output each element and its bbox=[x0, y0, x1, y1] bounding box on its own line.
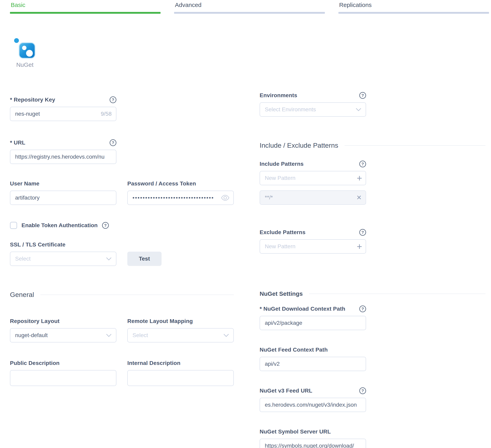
repository-layout-value: nuget-default bbox=[15, 332, 47, 338]
include-pattern-input[interactable] bbox=[260, 171, 366, 185]
remote-layout-mapping-select[interactable]: Select bbox=[127, 328, 234, 342]
repository-key-input[interactable] bbox=[10, 107, 116, 121]
internal-description-label: Internal Description bbox=[127, 360, 180, 366]
tab-advanced-label: Advanced bbox=[174, 0, 325, 12]
repository-key-label: * Repository Key bbox=[10, 97, 55, 103]
nuget-v3-feed-url-label: NuGet v3 Feed URL bbox=[260, 388, 312, 394]
url-field: * URL ? bbox=[10, 139, 116, 164]
ssl-cert-label: SSL / TLS Certificate bbox=[10, 241, 66, 248]
chevron-down-icon bbox=[356, 108, 361, 111]
include-pattern-item: **/* ✕ bbox=[260, 190, 366, 205]
nuget-symbol-server-url-field: NuGet Symbol Server URL bbox=[260, 428, 366, 448]
tab-bar: Basic Advanced Replications bbox=[0, 0, 491, 14]
tab-replications-label: Replications bbox=[338, 0, 489, 12]
url-help-icon[interactable]: ? bbox=[110, 139, 116, 146]
enable-token-auth-help-icon[interactable]: ? bbox=[102, 222, 109, 229]
remote-layout-mapping-placeholder: Select bbox=[132, 332, 148, 338]
enable-token-auth-row: Enable Token Authentication ? bbox=[10, 222, 234, 229]
url-input[interactable] bbox=[10, 150, 116, 164]
environments-help-icon[interactable]: ? bbox=[359, 92, 366, 99]
password-field: Password / Access Token bbox=[127, 180, 234, 205]
ssl-cert-select[interactable]: Select bbox=[10, 252, 116, 266]
repository-layout-label: Repository Layout bbox=[10, 318, 59, 324]
show-password-eye-icon[interactable] bbox=[221, 195, 229, 201]
section-divider bbox=[40, 294, 234, 295]
test-button[interactable]: Test bbox=[127, 252, 161, 266]
repository-config-form: NuGet * Repository Key ? 9/58 * URL ? bbox=[0, 14, 491, 448]
password-input[interactable] bbox=[127, 191, 234, 205]
exclude-patterns-help-icon[interactable]: ? bbox=[359, 229, 366, 236]
nuget-symbol-server-url-label: NuGet Symbol Server URL bbox=[260, 429, 331, 435]
repository-key-field: * Repository Key ? 9/58 bbox=[10, 96, 116, 121]
user-name-input[interactable] bbox=[10, 191, 116, 205]
ssl-cert-block: SSL / TLS Certificate Select Test bbox=[10, 241, 234, 266]
tab-replications[interactable]: Replications bbox=[338, 0, 489, 14]
nuget-download-context-path-label: * NuGet Download Context Path bbox=[260, 306, 345, 312]
nuget-v3-feed-url-field: NuGet v3 Feed URL ? bbox=[260, 387, 366, 412]
public-description-label: Public Description bbox=[10, 360, 59, 366]
nuget-feed-context-path-input[interactable] bbox=[260, 357, 366, 371]
include-exclude-section-title: Include / Exclude Patterns bbox=[260, 142, 338, 149]
repository-layout-select[interactable]: nuget-default bbox=[10, 328, 116, 342]
nuget-feed-context-path-label: NuGet Feed Context Path bbox=[260, 347, 328, 353]
repository-layout-field: Repository Layout nuget-default bbox=[10, 317, 116, 342]
tab-basic[interactable]: Basic bbox=[10, 0, 161, 14]
url-label: * URL bbox=[10, 139, 25, 146]
tab-replications-underline bbox=[338, 12, 489, 14]
nuget-download-context-path-field: * NuGet Download Context Path ? bbox=[260, 305, 366, 330]
remote-layout-mapping-field: Remote Layout Mapping Select bbox=[127, 317, 234, 342]
exclude-patterns-label: Exclude Patterns bbox=[260, 229, 305, 236]
internal-description-textarea[interactable] bbox=[127, 370, 234, 386]
environments-label: Environments bbox=[260, 92, 297, 99]
user-name-field: User Name bbox=[10, 180, 116, 205]
remote-layout-mapping-label: Remote Layout Mapping bbox=[127, 318, 193, 324]
package-type-label: NuGet bbox=[16, 61, 34, 68]
nuget-settings-section-header: NuGet Settings bbox=[260, 290, 485, 297]
chevron-down-icon bbox=[223, 334, 229, 337]
include-patterns-field: Include Patterns ? + **/* ✕ bbox=[260, 160, 366, 205]
section-divider bbox=[309, 293, 485, 294]
tab-advanced-underline bbox=[174, 12, 325, 14]
nuget-logo-icon bbox=[12, 37, 38, 59]
enable-token-auth-checkbox[interactable] bbox=[10, 222, 17, 229]
nuget-symbol-server-url-input[interactable] bbox=[260, 439, 366, 448]
password-label: Password / Access Token bbox=[127, 181, 196, 187]
include-exclude-section-header: Include / Exclude Patterns bbox=[260, 142, 485, 149]
include-patterns-help-icon[interactable]: ? bbox=[359, 161, 366, 167]
ssl-cert-placeholder: Select bbox=[15, 256, 31, 262]
add-pattern-icon[interactable]: + bbox=[357, 174, 362, 183]
remove-pattern-icon[interactable]: ✕ bbox=[356, 194, 362, 201]
section-divider bbox=[345, 145, 485, 146]
add-pattern-icon[interactable]: + bbox=[357, 242, 362, 251]
exclude-pattern-input[interactable] bbox=[260, 239, 366, 254]
environments-placeholder: Select Environments bbox=[265, 106, 316, 113]
enable-token-auth-label: Enable Token Authentication bbox=[21, 222, 98, 229]
nuget-feed-context-path-field: NuGet Feed Context Path bbox=[260, 346, 366, 371]
environments-select[interactable]: Select Environments bbox=[260, 102, 366, 117]
tab-basic-underline bbox=[10, 12, 161, 14]
public-description-field: Public Description bbox=[10, 359, 116, 387]
general-section-header: General bbox=[10, 291, 234, 299]
tab-basic-label: Basic bbox=[10, 0, 161, 12]
repository-key-help-icon[interactable]: ? bbox=[110, 96, 116, 103]
nuget-v3-feed-url-input[interactable] bbox=[260, 398, 366, 412]
exclude-patterns-field: Exclude Patterns ? + bbox=[260, 229, 366, 254]
user-name-label: User Name bbox=[10, 181, 39, 187]
include-patterns-label: Include Patterns bbox=[260, 161, 304, 167]
nuget-download-context-path-help-icon[interactable]: ? bbox=[359, 305, 366, 312]
package-type: NuGet bbox=[10, 37, 40, 68]
public-description-textarea[interactable] bbox=[10, 370, 116, 386]
general-section-title: General bbox=[10, 291, 34, 299]
include-pattern-value: **/* bbox=[265, 194, 273, 201]
nuget-settings-section-title: NuGet Settings bbox=[260, 290, 303, 297]
chevron-down-icon bbox=[106, 334, 112, 337]
nuget-download-context-path-input[interactable] bbox=[260, 316, 366, 330]
environments-field: Environments ? Select Environments bbox=[260, 92, 366, 117]
internal-description-field: Internal Description bbox=[127, 359, 234, 387]
tab-advanced[interactable]: Advanced bbox=[174, 0, 325, 14]
chevron-down-icon bbox=[106, 257, 112, 260]
nuget-v3-feed-url-help-icon[interactable]: ? bbox=[359, 387, 366, 394]
